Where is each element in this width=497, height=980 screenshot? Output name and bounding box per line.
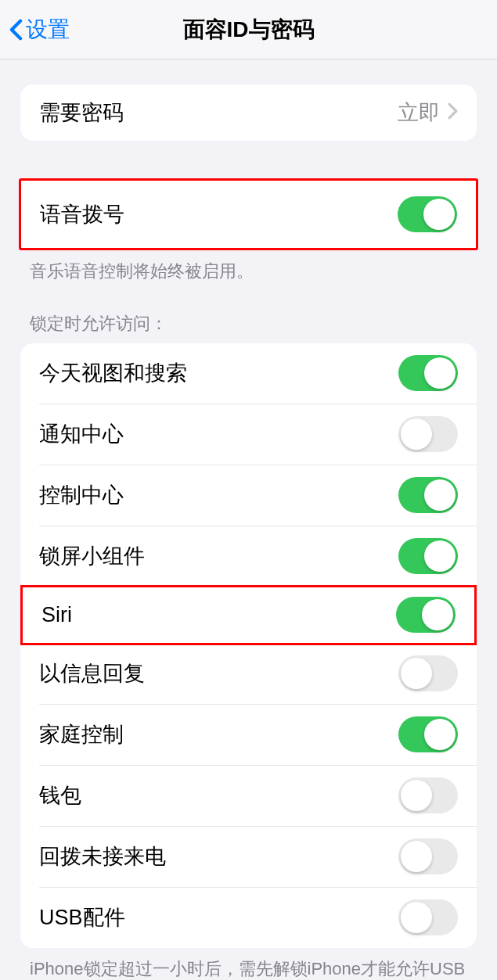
home-control-row: 家庭控制 xyxy=(20,705,477,765)
reply-message-toggle[interactable] xyxy=(398,655,458,691)
siri-row: Siri xyxy=(20,585,477,645)
voice-dial-highlight: 语音拨号 xyxy=(19,178,478,250)
require-passcode-group: 需要密码 立即 xyxy=(20,84,477,141)
lock-widgets-label: 锁屏小组件 xyxy=(20,542,145,570)
wallet-label: 钱包 xyxy=(20,781,81,809)
notification-center-toggle[interactable] xyxy=(398,416,458,452)
wallet-row: 钱包 xyxy=(20,766,477,826)
usb-footer: iPhone锁定超过一小时后，需先解锁iPhone才能允许USB配件连接。 xyxy=(30,957,467,980)
control-center-label: 控制中心 xyxy=(20,481,124,509)
back-button[interactable]: 设置 xyxy=(0,15,70,45)
lock-access-header: 锁定时允许访问： xyxy=(30,312,467,336)
usb-accessories-label: USB配件 xyxy=(20,903,125,932)
notification-center-row: 通知中心 xyxy=(20,404,477,465)
lock-access-group: 今天视图和搜索 通知中心 控制中心 锁屏小组件 Siri 以信息回复 家庭控制 xyxy=(20,343,477,948)
return-calls-label: 回拨未接来电 xyxy=(20,842,166,871)
control-center-toggle[interactable] xyxy=(398,477,458,513)
home-control-label: 家庭控制 xyxy=(20,720,124,748)
siri-label: Siri xyxy=(23,603,72,627)
page-title: 面容ID与密码 xyxy=(183,15,315,45)
return-calls-toggle[interactable] xyxy=(398,838,458,874)
usb-accessories-toggle[interactable] xyxy=(398,899,458,935)
voice-dial-footer: 音乐语音控制将始终被启用。 xyxy=(30,260,467,284)
back-label: 设置 xyxy=(26,15,70,45)
today-view-row: 今天视图和搜索 xyxy=(20,343,477,404)
today-view-toggle[interactable] xyxy=(398,355,458,391)
voice-dial-toggle[interactable] xyxy=(398,196,457,232)
notification-center-label: 通知中心 xyxy=(20,420,124,448)
navigation-header: 设置 面容ID与密码 xyxy=(0,0,497,59)
lock-widgets-toggle[interactable] xyxy=(398,538,458,574)
return-calls-row: 回拨未接来电 xyxy=(20,827,477,887)
usb-accessories-row: USB配件 xyxy=(20,888,477,948)
control-center-row: 控制中心 xyxy=(20,465,477,526)
lock-widgets-row: 锁屏小组件 xyxy=(20,526,477,587)
chevron-right-icon xyxy=(448,102,458,123)
require-passcode-label: 需要密码 xyxy=(39,99,124,127)
home-control-toggle[interactable] xyxy=(398,716,458,752)
siri-toggle[interactable] xyxy=(396,597,456,633)
voice-dial-label: 语音拨号 xyxy=(40,200,124,228)
require-passcode-row[interactable]: 需要密码 立即 xyxy=(20,84,477,141)
require-passcode-value: 立即 xyxy=(398,99,440,127)
reply-message-row: 以信息回复 xyxy=(20,644,477,704)
voice-dial-row: 语音拨号 xyxy=(21,181,476,248)
wallet-toggle[interactable] xyxy=(398,777,458,813)
chevron-left-icon xyxy=(8,18,23,41)
reply-message-label: 以信息回复 xyxy=(20,659,145,687)
today-view-label: 今天视图和搜索 xyxy=(20,359,187,387)
